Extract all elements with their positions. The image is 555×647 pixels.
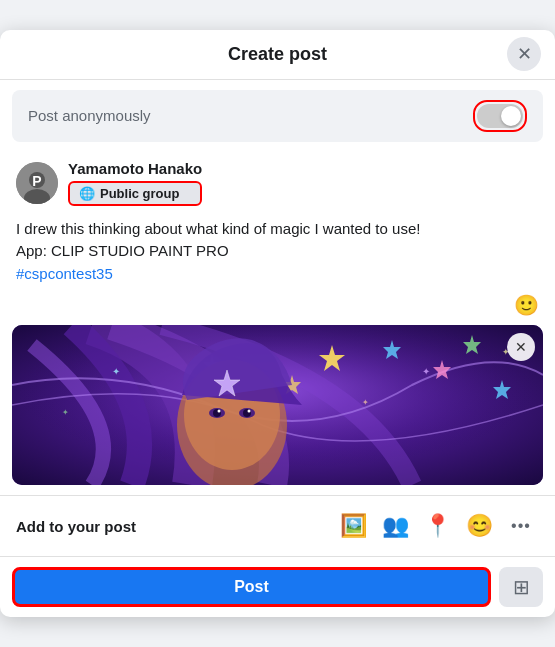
grid-view-button[interactable]: ⊞ xyxy=(499,567,543,607)
anonymous-toggle[interactable] xyxy=(477,104,523,128)
public-group-label: Public group xyxy=(100,186,179,201)
post-text[interactable]: I drew this thinking about what kind of … xyxy=(16,218,539,286)
avatar: P xyxy=(16,162,58,204)
post-button[interactable]: Post xyxy=(12,567,491,607)
add-to-post-label: Add to your post xyxy=(16,518,136,535)
user-info: Yamamoto Hanako 🌐 Public group xyxy=(68,160,202,206)
svg-point-19 xyxy=(218,410,221,413)
more-icon: ••• xyxy=(511,517,531,535)
add-photo-button[interactable]: 🖼️ xyxy=(335,508,371,544)
svg-text:✦: ✦ xyxy=(62,408,69,417)
add-location-button[interactable]: 📍 xyxy=(419,508,455,544)
close-icon: ✕ xyxy=(517,43,532,65)
close-button[interactable]: ✕ xyxy=(507,37,541,71)
modal-header: Create post ✕ xyxy=(0,30,555,80)
user-name: Yamamoto Hanako xyxy=(68,160,202,177)
emoji-row: 🙂 xyxy=(0,293,555,325)
photo-icon: 🖼️ xyxy=(340,513,367,539)
more-options-button[interactable]: ••• xyxy=(503,508,539,544)
emoji-insert-button[interactable]: 🙂 xyxy=(514,293,539,317)
svg-text:✦: ✦ xyxy=(362,398,369,407)
svg-text:P: P xyxy=(32,173,41,189)
tag-icon: 👥 xyxy=(382,513,409,539)
hashtag: #cspcontest35 xyxy=(16,265,113,282)
location-icon: 📍 xyxy=(424,513,451,539)
grid-icon: ⊞ xyxy=(513,575,530,599)
add-emoji-button[interactable]: 😊 xyxy=(461,508,497,544)
add-to-post-row: Add to your post 🖼️ 👥 📍 😊 ••• xyxy=(0,495,555,556)
image-close-icon: ✕ xyxy=(515,339,527,355)
post-text-area: I drew this thinking about what kind of … xyxy=(0,214,555,294)
image-preview: ✦ ✦ ✦ ✦ ✦ ✕ xyxy=(12,325,543,485)
svg-point-20 xyxy=(248,410,251,413)
toggle-wrapper xyxy=(473,100,527,132)
toggle-knob xyxy=(501,106,521,126)
svg-text:✦: ✦ xyxy=(112,366,120,377)
anonymous-row: Post anonymously xyxy=(12,90,543,142)
user-section: P Yamamoto Hanako 🌐 Public group xyxy=(0,152,555,214)
public-group-button[interactable]: 🌐 Public group xyxy=(68,181,202,206)
action-icons: 🖼️ 👥 📍 😊 ••• xyxy=(335,508,539,544)
anonymous-label: Post anonymously xyxy=(28,107,151,124)
post-footer: Post ⊞ xyxy=(0,556,555,617)
create-post-modal: Create post ✕ Post anonymously P Yamamot… xyxy=(0,30,555,618)
emoji-icon: 😊 xyxy=(466,513,493,539)
modal-title: Create post xyxy=(228,44,327,65)
svg-text:✦: ✦ xyxy=(422,366,430,377)
tag-people-button[interactable]: 👥 xyxy=(377,508,413,544)
globe-icon: 🌐 xyxy=(79,186,95,201)
